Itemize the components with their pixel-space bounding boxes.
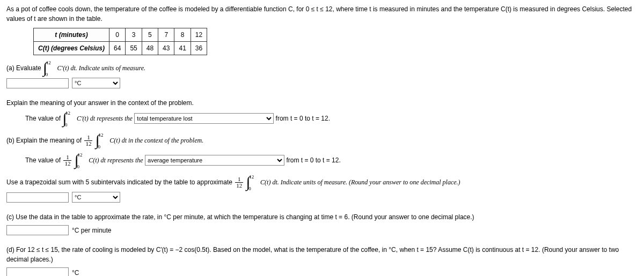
part-b-trapezoid: Use a trapezoidal sum with 5 subinterval…	[6, 176, 638, 203]
integral-icon: ∫120	[75, 155, 86, 167]
part-c: (c) Use the data in the table to approxi…	[6, 212, 638, 235]
table-cell: 7	[158, 28, 174, 42]
part-b-sentence-prefix: The value of	[25, 156, 61, 164]
part-c-prompt: (c) Use the data in the table to approxi…	[6, 212, 638, 222]
part-a-explain: Explain the meaning of your answer in th…	[6, 98, 638, 125]
part-a-prefix: (a) Evaluate	[6, 64, 41, 72]
part-c-input[interactable]	[6, 225, 69, 235]
part-c-units: °C per minute	[72, 226, 112, 235]
part-b-trap-units-select[interactable]: °C	[72, 192, 120, 203]
integral-icon: ∫120	[246, 177, 258, 189]
part-d-units: °C	[72, 268, 79, 277]
table-cell: 41	[174, 42, 191, 55]
table-cell: 5	[142, 28, 158, 42]
part-b-sentence-suffix: from t = 0 to t = 12.	[286, 156, 340, 164]
part-a: (a) Evaluate ∫120 C'(t) dt. Indicate uni…	[6, 63, 638, 88]
row2-header: C(t) (degrees Celsius)	[34, 42, 109, 55]
part-d-input[interactable]	[6, 267, 69, 276]
explain-mid: C'(t) dt represents the	[77, 115, 133, 122]
row1-header: t (minutes)	[34, 28, 109, 42]
table-cell: 8	[174, 28, 191, 42]
table-cell: 0	[109, 28, 126, 42]
explain-heading: Explain the meaning of your answer in th…	[6, 98, 638, 108]
table-cell: 64	[109, 42, 126, 55]
explain-prefix: The value of	[25, 115, 61, 122]
part-a-integrand: C'(t) dt. Indicate units of measure.	[57, 64, 145, 72]
integral-icon: ∫120	[96, 135, 107, 147]
fraction-icon: 112	[84, 135, 92, 147]
part-d: (d) For 12 ≤ t ≤ 15, the rate of cooling…	[6, 245, 638, 276]
integral-icon: ∫120	[62, 113, 74, 125]
part-d-prompt: (d) For 12 ≤ t ≤ 15, the rate of cooling…	[6, 245, 638, 264]
part-a-units-select[interactable]: °C	[72, 78, 120, 88]
integral-icon: ∫120	[43, 63, 54, 74]
trap-suffix: C(t) dt. Indicate units of measure. (Rou…	[260, 178, 460, 186]
table-cell: 43	[158, 42, 174, 55]
part-b-trap-input[interactable]	[6, 192, 69, 203]
table-cell: 55	[126, 42, 142, 55]
part-b-integrand: C(t) dt in the context of the problem.	[109, 137, 203, 144]
explain-suffix: from t = 0 to t = 12.	[276, 115, 330, 122]
fraction-icon: 112	[63, 154, 71, 167]
part-b-sentence-mid: C(t) dt represents the	[89, 156, 143, 164]
table-cell: 12	[191, 28, 207, 42]
part-a-meaning-select[interactable]: total temperature lost	[134, 113, 274, 124]
part-b-prefix: (b) Explain the meaning of	[6, 137, 82, 144]
part-b: (b) Explain the meaning of 112 ∫120 C(t)…	[6, 135, 638, 167]
problem-intro: As a pot of coffee cools down, the tempe…	[6, 4, 638, 24]
table-cell: 48	[142, 42, 158, 55]
trap-prefix: Use a trapezoidal sum with 5 subinterval…	[6, 178, 232, 186]
part-a-value-input[interactable]	[6, 78, 69, 88]
table-cell: 3	[126, 28, 142, 42]
data-table: t (minutes) 0 3 5 7 8 12 C(t) (degrees C…	[33, 28, 207, 55]
table-cell: 36	[191, 42, 207, 55]
part-b-meaning-select[interactable]: average temperature	[145, 155, 284, 166]
fraction-icon: 112	[235, 176, 243, 189]
